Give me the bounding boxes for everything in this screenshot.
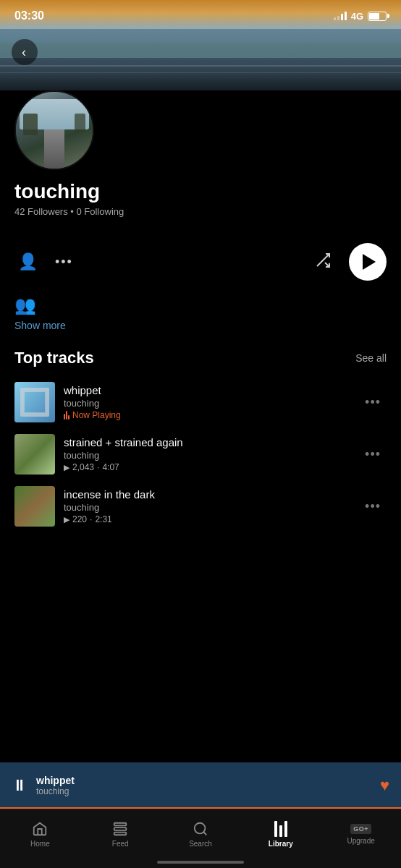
track-info-3: incense in the dark touching ▶ 220 · 2:3… <box>64 488 350 524</box>
mini-track-info: whippet touching <box>36 775 371 796</box>
track-more-button-2[interactable]: ••• <box>359 441 387 468</box>
follow-icon: 👤 <box>18 252 38 271</box>
track-name-3: incense in the dark <box>64 488 350 501</box>
now-playing-text: Now Playing <box>72 410 121 420</box>
avatar-image <box>16 92 93 169</box>
track-artist-2: touching <box>64 450 350 461</box>
track-artist-3: touching <box>64 502 350 513</box>
nav-label-home: Home <box>30 840 50 848</box>
track-meta-3: ▶ 220 · 2:31 <box>64 514 350 524</box>
action-row: 👤 ••• <box>0 231 401 289</box>
mini-pause-button[interactable]: ⏸ <box>12 776 28 795</box>
library-icon <box>274 821 287 837</box>
nav-item-search[interactable]: Search <box>161 821 241 848</box>
table-row: whippet touching Now Playing ••• <box>0 376 401 428</box>
svg-line-6 <box>203 832 206 835</box>
home-icon <box>32 821 48 837</box>
table-row: incense in the dark touching ▶ 220 · 2:3… <box>0 480 401 532</box>
top-tracks-title: Top tracks <box>14 349 94 367</box>
track-thumbnail-3 <box>14 486 55 527</box>
eq-bar-3 <box>68 415 69 420</box>
see-all-button[interactable]: See all <box>355 352 387 364</box>
back-button[interactable]: ‹ <box>12 39 38 65</box>
followers-section: 👥 Show more <box>0 289 401 334</box>
show-more-button[interactable]: Show more <box>14 320 387 331</box>
track-duration-2: 4:07 <box>102 462 119 472</box>
signal-bar-1 <box>334 17 336 20</box>
artist-name: touching <box>14 180 387 203</box>
track-more-button-3[interactable]: ••• <box>359 493 387 520</box>
follow-button[interactable]: 👤 <box>14 249 41 275</box>
track-info-1: whippet touching Now Playing <box>64 384 350 420</box>
upgrade-badge: GO+ <box>350 824 371 834</box>
action-left: 👤 ••• <box>14 249 73 275</box>
track-name-1: whippet <box>64 384 350 396</box>
action-right <box>314 243 387 281</box>
lib-bar-3 <box>284 821 287 837</box>
home-indicator <box>157 861 244 864</box>
track-plays-3: 220 <box>72 514 87 524</box>
status-icons: 4G <box>334 11 387 22</box>
track-duration-3: 2:31 <box>95 514 111 524</box>
play-count-icon: ▶ <box>64 463 69 472</box>
signal-bar-2 <box>337 16 339 20</box>
track-separator-3: · <box>90 514 92 524</box>
status-bar: 03:30 4G <box>0 0 401 32</box>
back-chevron-icon: ‹ <box>22 45 26 60</box>
mini-heart-button[interactable]: ♥ <box>380 776 389 795</box>
lib-bar-1 <box>274 821 277 837</box>
play-count-icon-3: ▶ <box>64 515 69 524</box>
svg-rect-4 <box>114 833 127 835</box>
track-thumbnail-2 <box>14 434 55 475</box>
shuffle-button[interactable] <box>314 252 332 273</box>
play-icon <box>363 254 376 270</box>
nav-label-upgrade: Upgrade <box>347 837 374 845</box>
network-type: 4G <box>351 11 363 22</box>
track-name-2: strained + strained again <box>64 436 350 448</box>
table-row: strained + strained again touching ▶ 2,0… <box>0 428 401 480</box>
signal-bar-4 <box>345 12 347 20</box>
battery-fill <box>369 13 379 20</box>
eq-bar-2 <box>66 411 67 420</box>
signal-bar-3 <box>341 14 343 20</box>
track-separator-2: · <box>97 462 99 472</box>
artist-stats: 42 Followers • 0 Following <box>14 206 387 217</box>
ellipsis-icon: ••• <box>55 255 73 269</box>
status-time: 03:30 <box>14 9 44 22</box>
nav-item-feed[interactable]: Feed <box>80 821 161 848</box>
feed-icon <box>112 821 128 837</box>
nav-label-search: Search <box>189 840 212 848</box>
svg-point-5 <box>195 823 206 834</box>
mini-track-name: whippet <box>36 775 371 786</box>
track-thumbnail-1 <box>14 382 55 422</box>
more-options-button[interactable]: ••• <box>55 255 73 270</box>
shuffle-icon <box>314 252 332 269</box>
track-list: whippet touching Now Playing ••• straine… <box>0 376 401 532</box>
track-artist-1: touching <box>64 398 350 409</box>
artist-section: touching 42 Followers • 0 Following <box>0 90 401 231</box>
battery-icon <box>368 12 387 21</box>
nav-label-library: Library <box>269 840 293 848</box>
equalizer-icon <box>64 411 69 420</box>
svg-rect-2 <box>114 823 127 826</box>
followers-group-icon: 👥 <box>14 295 36 315</box>
mini-player: ⏸ whippet touching ♥ <box>0 762 401 809</box>
nav-item-home[interactable]: Home <box>0 821 80 848</box>
nav-item-upgrade[interactable]: GO+ Upgrade <box>321 824 401 845</box>
artist-avatar <box>14 90 94 170</box>
svg-rect-3 <box>114 827 127 830</box>
bottom-nav: Home Feed Search Library GO+ Upgrade <box>0 809 401 868</box>
pause-icon: ⏸ <box>12 776 28 794</box>
track-more-button-1[interactable]: ••• <box>359 389 387 416</box>
nav-item-library[interactable]: Library <box>240 821 321 848</box>
top-tracks-header: Top tracks See all <box>0 334 401 376</box>
track-meta-2: ▶ 2,043 · 4:07 <box>64 462 350 472</box>
signal-bars-icon <box>334 12 347 20</box>
track-info-2: strained + strained again touching ▶ 2,0… <box>64 436 350 472</box>
nav-label-feed: Feed <box>112 840 129 848</box>
track-plays-2: 2,043 <box>72 462 94 472</box>
lib-bar-2 <box>279 825 282 837</box>
mini-artist-name: touching <box>36 786 371 796</box>
eq-bar-1 <box>64 414 65 420</box>
play-button[interactable] <box>349 243 387 281</box>
